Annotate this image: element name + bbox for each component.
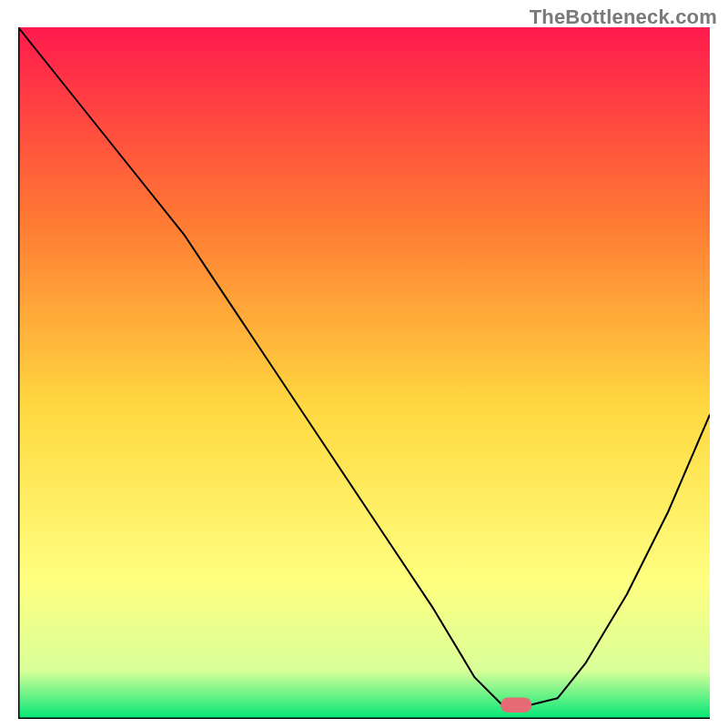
watermark-text: TheBottleneck.com [530, 5, 717, 29]
optimal-marker [500, 697, 531, 713]
chart-background [18, 27, 710, 719]
chart-area [18, 27, 710, 719]
chart-svg [18, 27, 710, 719]
